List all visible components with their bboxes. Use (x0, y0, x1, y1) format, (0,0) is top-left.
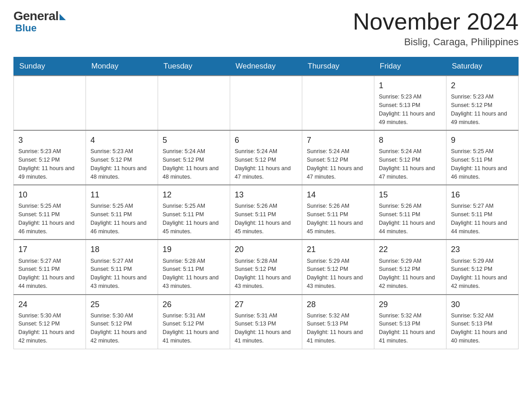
day-number: 14 (307, 189, 369, 201)
day-info: Sunrise: 5:25 AMSunset: 5:11 PMDaylight:… (90, 202, 153, 235)
day-info: Sunrise: 5:30 AMSunset: 5:12 PMDaylight:… (90, 312, 153, 345)
col-header-monday: Monday (86, 57, 158, 76)
day-number: 6 (235, 134, 297, 146)
day-number: 19 (163, 244, 225, 255)
day-number: 15 (379, 189, 442, 201)
day-number: 1 (379, 80, 442, 91)
calendar-cell: 18Sunrise: 5:27 AMSunset: 5:11 PMDayligh… (86, 240, 158, 294)
day-number: 13 (235, 189, 297, 201)
day-info: Sunrise: 5:29 AMSunset: 5:12 PMDaylight:… (451, 257, 514, 291)
day-info: Sunrise: 5:27 AMSunset: 5:11 PMDaylight:… (18, 257, 81, 291)
calendar-cell: 11Sunrise: 5:25 AMSunset: 5:11 PMDayligh… (86, 185, 158, 240)
calendar-cell (302, 76, 374, 130)
calendar-cell: 28Sunrise: 5:32 AMSunset: 5:13 PMDayligh… (302, 295, 374, 349)
calendar-week-row: 3Sunrise: 5:23 AMSunset: 5:12 PMDaylight… (14, 130, 519, 185)
col-header-sunday: Sunday (14, 57, 86, 76)
day-info: Sunrise: 5:32 AMSunset: 5:13 PMDaylight:… (379, 312, 442, 345)
day-info: Sunrise: 5:26 AMSunset: 5:11 PMDaylight:… (379, 202, 442, 235)
calendar-cell: 25Sunrise: 5:30 AMSunset: 5:12 PMDayligh… (86, 295, 158, 349)
day-number: 27 (235, 299, 297, 310)
location-title: Bislig, Caraga, Philippines (353, 36, 519, 48)
day-number: 16 (451, 189, 514, 201)
day-info: Sunrise: 5:23 AMSunset: 5:13 PMDaylight:… (379, 93, 442, 126)
calendar-week-row: 24Sunrise: 5:30 AMSunset: 5:12 PMDayligh… (14, 295, 519, 349)
calendar-cell: 20Sunrise: 5:28 AMSunset: 5:12 PMDayligh… (230, 240, 302, 294)
calendar-cell: 8Sunrise: 5:24 AMSunset: 5:12 PMDaylight… (374, 130, 446, 185)
day-number: 26 (163, 299, 225, 310)
day-number: 4 (90, 134, 153, 146)
day-info: Sunrise: 5:29 AMSunset: 5:12 PMDaylight:… (307, 257, 369, 291)
calendar-cell: 2Sunrise: 5:23 AMSunset: 5:12 PMDaylight… (446, 76, 519, 130)
calendar-week-row: 17Sunrise: 5:27 AMSunset: 5:11 PMDayligh… (14, 240, 519, 294)
calendar-cell: 9Sunrise: 5:25 AMSunset: 5:11 PMDaylight… (446, 130, 519, 185)
day-number: 25 (90, 299, 153, 310)
day-info: Sunrise: 5:32 AMSunset: 5:13 PMDaylight:… (307, 312, 369, 345)
day-info: Sunrise: 5:27 AMSunset: 5:11 PMDaylight:… (451, 202, 514, 235)
calendar-cell: 27Sunrise: 5:31 AMSunset: 5:13 PMDayligh… (230, 295, 302, 349)
calendar-cell: 24Sunrise: 5:30 AMSunset: 5:12 PMDayligh… (14, 295, 86, 349)
calendar-table: SundayMondayTuesdayWednesdayThursdayFrid… (13, 57, 519, 349)
calendar-cell: 7Sunrise: 5:24 AMSunset: 5:12 PMDaylight… (302, 130, 374, 185)
day-number: 8 (379, 134, 442, 146)
day-info: Sunrise: 5:29 AMSunset: 5:12 PMDaylight:… (379, 257, 442, 291)
day-number: 10 (18, 189, 81, 201)
day-number: 30 (451, 299, 514, 310)
day-info: Sunrise: 5:28 AMSunset: 5:11 PMDaylight:… (163, 257, 225, 291)
day-number: 24 (18, 299, 81, 310)
day-info: Sunrise: 5:26 AMSunset: 5:11 PMDaylight:… (307, 202, 369, 235)
calendar-cell: 21Sunrise: 5:29 AMSunset: 5:12 PMDayligh… (302, 240, 374, 294)
calendar-cell: 23Sunrise: 5:29 AMSunset: 5:12 PMDayligh… (446, 240, 519, 294)
calendar-cell: 22Sunrise: 5:29 AMSunset: 5:12 PMDayligh… (374, 240, 446, 294)
month-title: November 2024 (353, 9, 519, 34)
calendar-cell: 17Sunrise: 5:27 AMSunset: 5:11 PMDayligh… (14, 240, 86, 294)
calendar-cell: 30Sunrise: 5:32 AMSunset: 5:13 PMDayligh… (446, 295, 519, 349)
day-number: 21 (307, 244, 369, 255)
day-info: Sunrise: 5:32 AMSunset: 5:13 PMDaylight:… (451, 312, 514, 345)
day-number: 9 (451, 134, 514, 146)
day-info: Sunrise: 5:25 AMSunset: 5:11 PMDaylight:… (451, 147, 514, 181)
day-info: Sunrise: 5:24 AMSunset: 5:12 PMDaylight:… (235, 147, 297, 181)
day-info: Sunrise: 5:24 AMSunset: 5:12 PMDaylight:… (163, 147, 225, 181)
col-header-friday: Friday (374, 57, 446, 76)
day-number: 17 (18, 244, 81, 255)
logo-blue-text: Blue (15, 22, 37, 34)
col-header-thursday: Thursday (302, 57, 374, 76)
day-number: 20 (235, 244, 297, 255)
day-info: Sunrise: 5:27 AMSunset: 5:11 PMDaylight:… (90, 257, 153, 291)
day-info: Sunrise: 5:24 AMSunset: 5:12 PMDaylight:… (379, 147, 442, 181)
day-number: 7 (307, 134, 369, 146)
calendar-cell: 5Sunrise: 5:24 AMSunset: 5:12 PMDaylight… (158, 130, 230, 185)
calendar-week-row: 1Sunrise: 5:23 AMSunset: 5:13 PMDaylight… (14, 76, 519, 130)
day-info: Sunrise: 5:23 AMSunset: 5:12 PMDaylight:… (90, 147, 153, 181)
calendar-week-row: 10Sunrise: 5:25 AMSunset: 5:11 PMDayligh… (14, 185, 519, 240)
day-number: 3 (18, 134, 81, 146)
calendar-cell (14, 76, 86, 130)
calendar-header-row: SundayMondayTuesdayWednesdayThursdayFrid… (14, 57, 519, 76)
calendar-cell (86, 76, 158, 130)
calendar-cell: 10Sunrise: 5:25 AMSunset: 5:11 PMDayligh… (14, 185, 86, 240)
logo-triangle-icon (60, 14, 66, 20)
calendar-cell: 16Sunrise: 5:27 AMSunset: 5:11 PMDayligh… (446, 185, 519, 240)
day-number: 28 (307, 299, 369, 310)
calendar-cell: 29Sunrise: 5:32 AMSunset: 5:13 PMDayligh… (374, 295, 446, 349)
logo: General Blue (13, 9, 66, 34)
day-number: 11 (90, 189, 153, 201)
day-number: 23 (451, 244, 514, 255)
calendar-cell (158, 76, 230, 130)
calendar-cell: 3Sunrise: 5:23 AMSunset: 5:12 PMDaylight… (14, 130, 86, 185)
day-number: 5 (163, 134, 225, 146)
day-info: Sunrise: 5:31 AMSunset: 5:13 PMDaylight:… (235, 312, 297, 345)
calendar-cell: 12Sunrise: 5:25 AMSunset: 5:11 PMDayligh… (158, 185, 230, 240)
logo-general-text: General (13, 9, 59, 23)
calendar-cell: 6Sunrise: 5:24 AMSunset: 5:12 PMDaylight… (230, 130, 302, 185)
day-info: Sunrise: 5:23 AMSunset: 5:12 PMDaylight:… (18, 147, 81, 181)
col-header-tuesday: Tuesday (158, 57, 230, 76)
calendar-cell: 19Sunrise: 5:28 AMSunset: 5:11 PMDayligh… (158, 240, 230, 294)
col-header-saturday: Saturday (446, 57, 519, 76)
calendar-cell: 1Sunrise: 5:23 AMSunset: 5:13 PMDaylight… (374, 76, 446, 130)
title-area: November 2024 Bislig, Caraga, Philippine… (353, 9, 519, 48)
day-number: 29 (379, 299, 442, 310)
day-number: 2 (451, 80, 514, 91)
day-info: Sunrise: 5:25 AMSunset: 5:11 PMDaylight:… (163, 202, 225, 235)
day-info: Sunrise: 5:28 AMSunset: 5:12 PMDaylight:… (235, 257, 297, 291)
